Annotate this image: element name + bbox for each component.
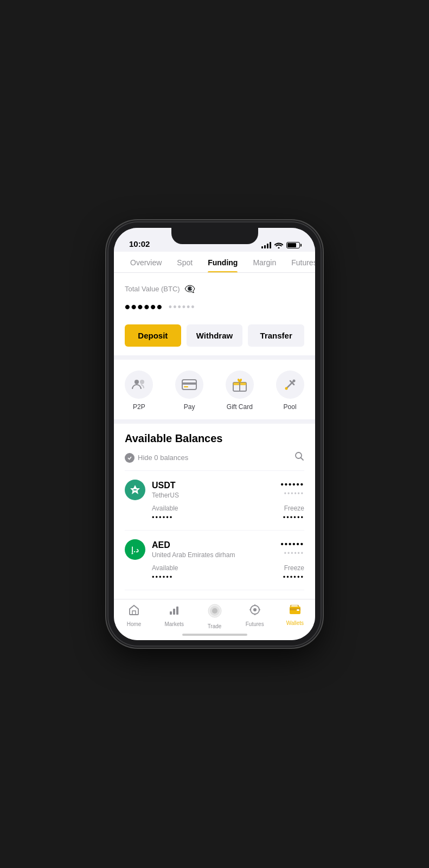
pool-label: Pool: [284, 403, 297, 411]
svg-rect-17: [170, 611, 172, 615]
svg-rect-16: [132, 611, 136, 615]
svg-rect-3: [182, 382, 196, 385]
total-value-text: Total Value (BTC): [125, 285, 180, 293]
svg-rect-18: [173, 609, 175, 615]
balance-row: •••••• ••••••: [125, 298, 304, 316]
svg-point-11: [292, 380, 295, 382]
nav-wallets[interactable]: Wallets: [275, 604, 315, 629]
svg-point-1: [140, 380, 144, 384]
quick-action-giftcard[interactable]: Gift Card: [226, 371, 254, 411]
usdt-available-value: ••••••: [152, 513, 178, 521]
nav-home[interactable]: Home: [114, 604, 154, 629]
aed-sub-balance: ••••••: [280, 550, 304, 557]
home-indicator: [182, 634, 247, 636]
usdt-freeze-value: ••••••: [283, 513, 304, 521]
status-time: 10:02: [129, 239, 150, 248]
svg-point-10: [285, 387, 287, 390]
wallets-icon: [289, 604, 301, 618]
deposit-button[interactable]: Deposit: [125, 324, 181, 347]
currency-item-ars[interactable]: $ ARS Argentine Peso ••••••: [125, 590, 304, 599]
nav-wallets-label: Wallets: [286, 620, 304, 626]
currency-item-usdt[interactable]: USDT TetherUS •••••• •••••• Available •: [125, 471, 304, 531]
phone-frame: 10:02: [108, 222, 321, 646]
aed-freeze-value: ••••••: [283, 573, 304, 581]
nav-home-label: Home: [127, 621, 142, 627]
pay-label: Pay: [184, 403, 195, 411]
home-icon: [128, 604, 140, 619]
svg-point-22: [212, 608, 217, 614]
nav-futures[interactable]: Futures: [235, 604, 275, 629]
quick-actions: P2P Pay: [114, 360, 315, 419]
usdt-main-balance: ••••••: [280, 480, 304, 489]
hide-zero-row: Hide 0 balances: [125, 451, 304, 471]
svg-rect-19: [176, 607, 178, 615]
futures-nav-icon: [249, 604, 261, 619]
hide-zero-label: Hide 0 balances: [138, 454, 188, 462]
screen-content[interactable]: Overview Spot Funding Margin Futures Tot…: [114, 252, 315, 599]
search-button[interactable]: [294, 451, 304, 464]
battery-icon: [286, 242, 300, 248]
balances-title: Available Balances: [125, 432, 304, 445]
check-circle-icon: [125, 453, 135, 463]
p2p-label: P2P: [133, 403, 145, 411]
aed-available-label: Available: [152, 564, 178, 572]
balance-secondary-stars: ••••••: [169, 302, 196, 313]
aed-main-balance: ••••••: [280, 539, 304, 548]
svg-point-24: [253, 608, 257, 611]
balance-main-stars: ••••••: [125, 298, 163, 316]
svg-rect-31: [297, 609, 299, 611]
usdt-available-label: Available: [152, 505, 178, 512]
quick-action-pool[interactable]: Pool: [276, 371, 304, 411]
tab-futures[interactable]: Futures: [284, 252, 315, 272]
tab-funding[interactable]: Funding: [200, 252, 245, 272]
transfer-button[interactable]: Transfer: [248, 324, 304, 347]
nav-trade-label: Trade: [208, 623, 222, 629]
currency-item-aed[interactable]: د.إ AED United Arab Emirates dirham ••••…: [125, 531, 304, 590]
tab-overview[interactable]: Overview: [123, 252, 169, 272]
nav-futures-label: Futures: [246, 621, 264, 627]
notch: [171, 228, 258, 244]
quick-action-p2p[interactable]: P2P: [125, 371, 153, 411]
pool-icon: [276, 371, 304, 399]
p2p-icon: [125, 371, 153, 399]
svg-point-0: [135, 380, 139, 384]
aed-icon: د.إ: [125, 539, 145, 560]
pay-icon: [175, 371, 203, 399]
hide-balance-icon[interactable]: 👁‍🗨: [184, 284, 195, 294]
aed-fullname: United Arab Emirates dirham: [152, 551, 235, 559]
total-value-label: Total Value (BTC) 👁‍🗨: [125, 284, 304, 294]
trade-icon: [208, 604, 222, 621]
hide-zero-left[interactable]: Hide 0 balances: [125, 453, 188, 463]
giftcard-icon: [226, 371, 254, 399]
usdt-name: USDT: [152, 481, 179, 490]
usdt-sub-balance: ••••••: [280, 490, 304, 497]
usdt-fullname: TetherUS: [152, 492, 179, 499]
svg-line-13: [301, 458, 304, 461]
svg-rect-4: [184, 386, 188, 387]
wifi-icon: [274, 242, 283, 248]
usdt-freeze-label: Freeze: [284, 505, 304, 512]
signal-icon: [261, 242, 271, 248]
nav-trade[interactable]: Trade: [194, 604, 234, 629]
usdt-icon: [125, 480, 145, 500]
svg-rect-15: [133, 489, 137, 490]
markets-icon: [168, 604, 180, 619]
nav-markets-label: Markets: [165, 621, 184, 627]
aed-available-value: ••••••: [152, 573, 178, 581]
action-buttons: Deposit Withdraw Transfer: [125, 324, 304, 347]
svg-line-8: [286, 381, 294, 388]
status-icons: [261, 242, 300, 248]
phone-screen: 10:02: [114, 228, 315, 640]
giftcard-label: Gift Card: [227, 403, 253, 411]
aed-freeze-label: Freeze: [284, 564, 304, 572]
tab-margin[interactable]: Margin: [245, 252, 284, 272]
quick-action-pay[interactable]: Pay: [175, 371, 203, 411]
nav-markets[interactable]: Markets: [154, 604, 194, 629]
tab-spot[interactable]: Spot: [169, 252, 200, 272]
balance-section: Total Value (BTC) 👁‍🗨 •••••• •••••• Depo…: [114, 273, 315, 355]
aed-name: AED: [152, 540, 235, 550]
tab-navigation: Overview Spot Funding Margin Futures: [114, 252, 315, 273]
withdraw-button[interactable]: Withdraw: [187, 324, 243, 347]
balances-section: Available Balances Hide 0 balances: [114, 424, 315, 599]
